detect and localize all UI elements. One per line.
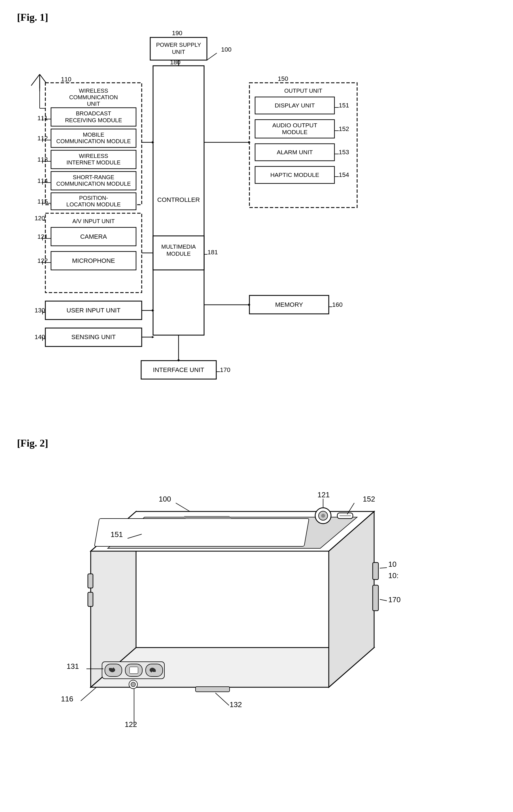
svg-rect-137 [373, 562, 379, 580]
svg-text:181: 181 [208, 249, 218, 256]
svg-rect-52 [46, 213, 142, 293]
svg-text:151: 151 [111, 530, 123, 539]
svg-rect-26 [51, 129, 136, 147]
svg-rect-82 [249, 83, 357, 207]
svg-rect-113 [249, 295, 329, 314]
svg-text:100: 100 [159, 495, 171, 503]
svg-line-1 [31, 74, 40, 86]
svg-text:122: 122 [37, 257, 48, 264]
svg-rect-90 [255, 120, 334, 138]
svg-text:153: 153 [339, 149, 349, 156]
svg-text:170: 170 [220, 366, 231, 373]
svg-text:OUTPUT UNIT: OUTPUT UNIT [284, 88, 322, 94]
svg-text:COMMUNICATION MODULE: COMMUNICATION MODULE [56, 138, 131, 144]
svg-text:COMMUNICATION: COMMUNICATION [69, 94, 118, 100]
svg-text:111: 111 [37, 115, 48, 122]
svg-line-167 [215, 693, 229, 705]
svg-text:UNIT: UNIT [87, 100, 100, 107]
svg-text:INTERNET MODULE: INTERNET MODULE [67, 160, 121, 166]
svg-rect-139 [88, 574, 93, 588]
svg-text:154: 154 [339, 171, 349, 178]
svg-rect-44 [51, 193, 136, 210]
svg-line-13 [207, 53, 217, 60]
svg-text:LOCATION MODULE: LOCATION MODULE [66, 201, 121, 207]
svg-rect-108 [153, 236, 204, 270]
svg-text:DISPLAY UNIT: DISPLAY UNIT [275, 102, 315, 109]
svg-line-161 [380, 599, 387, 601]
svg-text:115: 115 [37, 198, 48, 205]
svg-point-148 [131, 682, 135, 687]
svg-text:MEMORY: MEMORY [275, 301, 303, 308]
svg-text:130: 130 [35, 307, 45, 314]
svg-text:COMMUNICATION MODULE: COMMUNICATION MODULE [56, 181, 131, 187]
svg-text:114: 114 [37, 177, 48, 184]
svg-text:110: 110 [61, 76, 71, 83]
svg-text:180: 180 [170, 59, 181, 66]
svg-rect-140 [88, 592, 93, 606]
svg-text:151: 151 [339, 102, 349, 109]
svg-text:RECEIVING MODULE: RECEIVING MODULE [65, 117, 122, 123]
svg-text:WIRELESS: WIRELESS [79, 88, 108, 94]
fig1-diagram: CONTROLLER POWER SUPPLY UNIT 190 180 100… [17, 29, 493, 420]
svg-rect-61 [51, 252, 136, 270]
svg-point-134 [321, 514, 325, 518]
fig2-diagram: 100 121 152 151 10 10: 170 131 116 132 1… [17, 455, 493, 812]
svg-rect-120 [141, 360, 216, 379]
svg-text:SENSING UNIT: SENSING UNIT [71, 334, 116, 341]
svg-marker-126 [177, 359, 180, 362]
svg-rect-19 [51, 108, 136, 126]
svg-text:BROADCAST: BROADCAST [76, 110, 111, 117]
svg-line-165 [81, 687, 96, 701]
svg-marker-51 [152, 141, 154, 143]
svg-rect-96 [255, 144, 334, 161]
svg-text:HAPTIC MODULE: HAPTIC MODULE [270, 172, 320, 178]
svg-text:160: 160 [332, 301, 343, 308]
svg-line-158 [380, 568, 387, 568]
svg-text:CAMERA: CAMERA [80, 233, 107, 240]
svg-rect-32 [51, 150, 136, 169]
svg-text:122: 122 [125, 720, 137, 729]
svg-text:AUDIO OUTPUT: AUDIO OUTPUT [272, 122, 318, 128]
svg-text:MULTIMEDIA: MULTIMEDIA [161, 243, 196, 250]
svg-line-2 [40, 74, 48, 86]
svg-marker-67 [166, 252, 168, 254]
svg-rect-138 [373, 585, 379, 611]
svg-text:170: 170 [388, 596, 400, 604]
svg-text:MOBILE: MOBILE [83, 132, 104, 138]
svg-text:INTERFACE UNIT: INTERFACE UNIT [153, 366, 204, 373]
svg-text:A/V INPUT UNIT: A/V INPUT UNIT [72, 218, 115, 224]
svg-rect-141 [195, 687, 230, 692]
svg-marker-119 [248, 303, 250, 306]
fig1-label: [Fig. 1] [17, 11, 496, 23]
svg-text:113: 113 [37, 156, 48, 163]
svg-line-150 [176, 503, 190, 512]
svg-text:100: 100 [221, 46, 232, 53]
svg-rect-101 [255, 167, 334, 183]
svg-text:MICROPHONE: MICROPHONE [72, 257, 115, 264]
svg-text:10:: 10: [388, 571, 398, 580]
svg-text:150: 150 [278, 75, 288, 82]
svg-text:152: 152 [363, 495, 375, 503]
svg-text:SHORT-RANGE: SHORT-RANGE [73, 174, 114, 180]
svg-marker-107 [248, 141, 250, 143]
svg-rect-56 [51, 227, 136, 246]
svg-marker-74 [152, 309, 154, 312]
svg-text:152: 152 [339, 125, 349, 133]
svg-text:10: 10 [388, 560, 396, 569]
svg-rect-75 [46, 328, 142, 346]
svg-text:UNIT: UNIT [172, 49, 185, 55]
svg-rect-14 [46, 83, 142, 205]
svg-text:131: 131 [67, 662, 79, 670]
svg-text:140: 140 [35, 334, 45, 341]
svg-rect-4 [153, 66, 204, 335]
svg-rect-38 [51, 172, 136, 190]
svg-text:ALARM UNIT: ALARM UNIT [277, 149, 312, 155]
svg-rect-68 [46, 301, 142, 320]
svg-text:MODULE: MODULE [167, 251, 191, 257]
svg-rect-145 [129, 667, 138, 674]
svg-text:121: 121 [37, 233, 48, 240]
svg-text:WIRELESS: WIRELESS [79, 153, 108, 159]
svg-text:112: 112 [37, 135, 48, 142]
svg-text:132: 132 [230, 700, 242, 709]
svg-rect-85 [255, 97, 334, 114]
